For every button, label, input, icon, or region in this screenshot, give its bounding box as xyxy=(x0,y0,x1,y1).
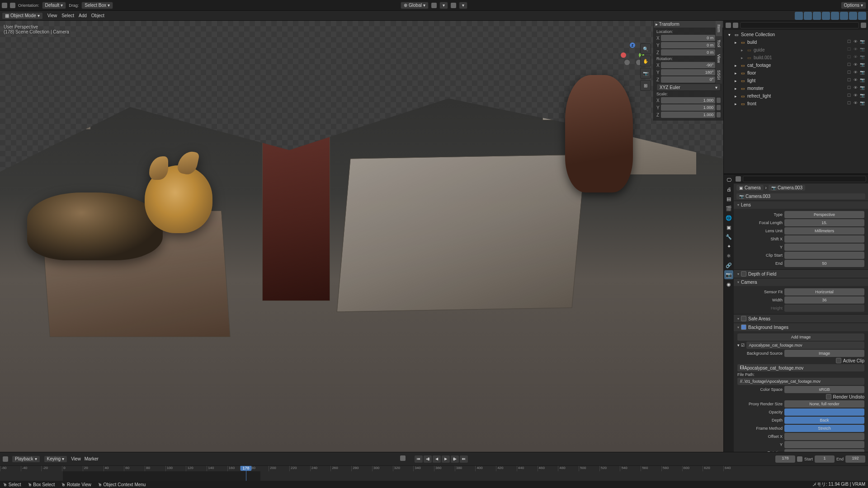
sensor-fit-dropdown[interactable]: Horizontal xyxy=(784,288,864,296)
safeareas-panel-header[interactable]: Safe Areas xyxy=(734,314,868,323)
frame-method-toggle[interactable]: Stretch xyxy=(784,425,864,432)
lock-icon[interactable] xyxy=(717,105,721,110)
location-x-field[interactable] xyxy=(661,35,715,41)
outliner-item[interactable]: ▸▭monster☐👁📷 xyxy=(725,84,867,92)
gizmo-toggle-icon[interactable] xyxy=(804,12,812,20)
clip-end-field[interactable]: 50 xyxy=(784,260,864,267)
rotation-y-field[interactable] xyxy=(661,69,715,75)
props-tab-world[interactable]: 🌐 xyxy=(724,213,733,222)
scale-z-field[interactable] xyxy=(661,112,715,118)
props-tab-scene[interactable]: 🎬 xyxy=(724,204,733,213)
orientation-dropdown[interactable]: Default ▾ xyxy=(42,2,66,9)
3d-viewport[interactable]: User Perspective (178) Scene Collection … xyxy=(0,21,723,452)
lens-type-dropdown[interactable]: Perspective xyxy=(784,211,864,218)
props-tab-modifier[interactable]: 🔧 xyxy=(724,232,733,241)
lock-icon[interactable] xyxy=(717,112,721,117)
menu-view[interactable]: View xyxy=(47,13,57,18)
pan-icon[interactable]: ✋ xyxy=(640,56,651,66)
props-tab-render[interactable]: 🖵 xyxy=(724,175,733,184)
outliner-item[interactable]: ▸▭floor☐👁📷 xyxy=(725,69,867,77)
offset-y-field[interactable] xyxy=(784,441,864,448)
keying-menu[interactable]: Keying ▾ xyxy=(44,455,68,463)
jump-start-icon[interactable]: ⏮ xyxy=(415,455,423,463)
visibility-icon[interactable] xyxy=(795,12,803,20)
xray-icon[interactable] xyxy=(822,12,830,20)
outliner-search[interactable] xyxy=(740,22,859,28)
snap-icon[interactable] xyxy=(431,3,437,8)
transform-panel-header[interactable]: ▸ Transform xyxy=(654,21,723,28)
props-tab-output[interactable]: 🖨 xyxy=(724,185,733,194)
location-y-field[interactable] xyxy=(661,42,715,48)
dof-panel-header[interactable]: Depth of Field xyxy=(734,270,868,278)
lock-icon[interactable] xyxy=(717,98,721,103)
menu-object[interactable]: Object xyxy=(91,13,104,18)
props-tab-viewlayer[interactable]: ▤ xyxy=(724,194,733,203)
outliner-item[interactable]: ▸▭front☐👁📷 xyxy=(725,100,867,108)
drag-dropdown[interactable]: Select Box ▾ xyxy=(81,2,113,9)
proportional-icon[interactable] xyxy=(451,3,456,8)
current-frame-field[interactable]: 178 xyxy=(775,455,795,463)
offset-x-field[interactable] xyxy=(784,433,864,440)
npanel-tab-item[interactable]: Item xyxy=(716,21,722,36)
cursor-icon[interactable] xyxy=(10,3,15,8)
preview-range-icon[interactable] xyxy=(797,456,802,462)
props-tab-particles[interactable]: ✦ xyxy=(724,242,733,251)
npanel-tab-ssgi[interactable]: SSGI xyxy=(716,66,722,84)
outliner-root[interactable]: ▾▭ Scene Collection xyxy=(725,31,867,38)
depth-toggle[interactable]: Back xyxy=(784,417,864,424)
keyframe-prev-icon[interactable]: ◂▮ xyxy=(424,455,432,463)
timeline-editor-icon[interactable] xyxy=(3,456,8,462)
bg-rotation-field[interactable] xyxy=(784,449,864,452)
outliner-item[interactable]: ▸▭build☐👁📷 xyxy=(725,38,867,46)
lens-panel-header[interactable]: Lens xyxy=(734,201,868,209)
clip-datablock[interactable]: 🎞 Apocalypse_cat_footage.mov xyxy=(737,364,864,371)
bg-clip-name[interactable]: Apocalypse_cat_footage.mov xyxy=(746,342,864,349)
shift-y-field[interactable] xyxy=(784,244,864,251)
scale-y-field[interactable] xyxy=(661,104,715,111)
camera-view-icon[interactable]: 📷 xyxy=(640,68,651,79)
play-icon[interactable]: ▶ xyxy=(442,455,450,463)
overlay-toggle-icon[interactable] xyxy=(813,12,821,20)
opacity-slider[interactable] xyxy=(784,408,864,416)
rotation-z-field[interactable] xyxy=(661,76,715,83)
display-mode-icon[interactable] xyxy=(733,23,738,28)
timeline-marker-menu[interactable]: Marker xyxy=(85,456,99,461)
shading-wireframe-icon[interactable] xyxy=(831,12,839,20)
lens-unit-dropdown[interactable]: Millimeters xyxy=(784,227,864,235)
scale-x-field[interactable] xyxy=(661,97,715,103)
outliner-item[interactable]: ▸▭light☐👁📷 xyxy=(725,77,867,84)
shading-material-icon[interactable] xyxy=(849,12,857,20)
proportional-dropdown[interactable]: ▾ xyxy=(459,2,467,9)
rotation-mode-dropdown[interactable]: XYZ Euler▾ xyxy=(656,84,721,91)
npanel-tab-tool[interactable]: Tool xyxy=(716,36,722,51)
breadcrumb-object[interactable]: ▣ Camera xyxy=(736,185,764,191)
color-space-dropdown[interactable]: sRGB xyxy=(784,386,864,393)
menu-add[interactable]: Add xyxy=(79,13,87,18)
cursor-tool-icon[interactable] xyxy=(2,3,7,8)
playback-menu[interactable]: Playback ▾ xyxy=(12,455,40,463)
start-frame-field[interactable]: 1 xyxy=(815,455,835,463)
file-path-field[interactable]: //..\01_footage\Apocalypse_cat_footage.m… xyxy=(737,378,864,385)
bgimages-checkbox[interactable] xyxy=(741,324,746,330)
menu-select[interactable]: Select xyxy=(61,13,74,18)
props-editor-icon[interactable] xyxy=(736,176,741,182)
mode-selector[interactable]: ▦ Object Mode ▾ xyxy=(2,12,43,19)
rotation-x-field[interactable] xyxy=(661,62,715,68)
shading-rendered-icon[interactable] xyxy=(858,12,866,20)
location-z-field[interactable] xyxy=(661,49,715,56)
zoom-icon[interactable]: 🔍 xyxy=(640,43,651,54)
outliner-item[interactable]: ▸▭build.001☐👁📷 xyxy=(725,54,867,61)
add-image-button[interactable]: Add Image xyxy=(737,333,864,341)
snap-dropdown[interactable]: ▾ xyxy=(439,2,448,9)
safeareas-checkbox[interactable] xyxy=(741,316,746,321)
outliner-editor-icon[interactable] xyxy=(726,23,731,28)
shift-x-field[interactable] xyxy=(784,235,864,243)
shading-solid-icon[interactable] xyxy=(840,12,848,20)
clip-start-field[interactable] xyxy=(784,252,864,259)
props-tab-material[interactable]: ◉ xyxy=(724,280,733,289)
props-tab-object[interactable]: ▣ xyxy=(724,223,733,232)
props-tab-constraints[interactable]: 🔗 xyxy=(724,261,733,270)
outliner-item[interactable]: ▸▭guide☐👁📷 xyxy=(725,46,867,54)
datablock-selector[interactable]: 📷 Camera.003 xyxy=(736,193,865,199)
transform-orientation-dropdown[interactable]: ⊕ Global ▾ xyxy=(401,2,429,9)
